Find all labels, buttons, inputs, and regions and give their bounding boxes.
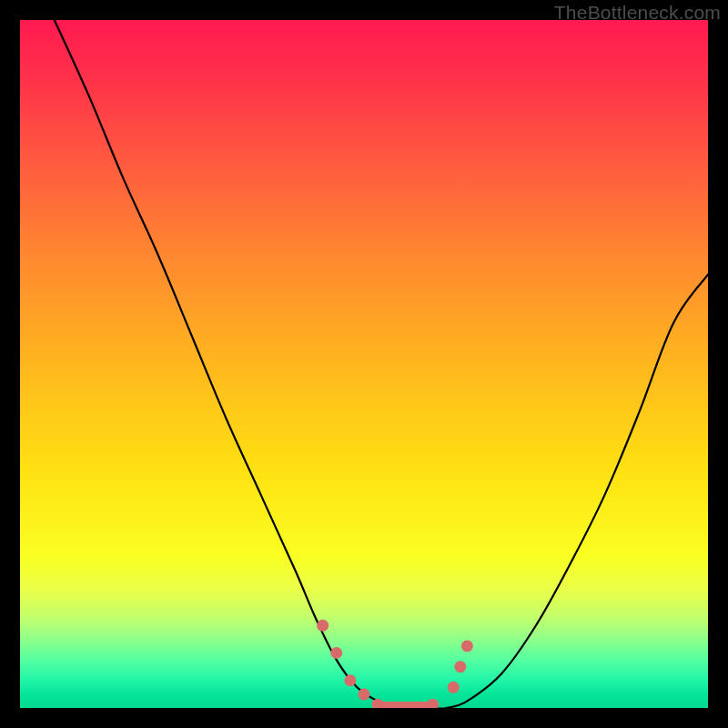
bottleneck-curve [55,20,708,708]
plot-area [20,20,708,708]
marker-group [317,620,473,708]
marker-dot [344,674,356,686]
marker-dot [317,620,329,632]
marker-dot [461,640,473,652]
marker-dot [427,699,439,708]
watermark-text: TheBottleneck.com [554,2,721,24]
marker-dot [359,688,370,700]
marker-dot [454,661,466,672]
outer-frame: TheBottleneck.com [0,0,728,728]
marker-dot [448,682,460,693]
marker-dot [330,647,342,659]
curve-layer [20,20,708,708]
